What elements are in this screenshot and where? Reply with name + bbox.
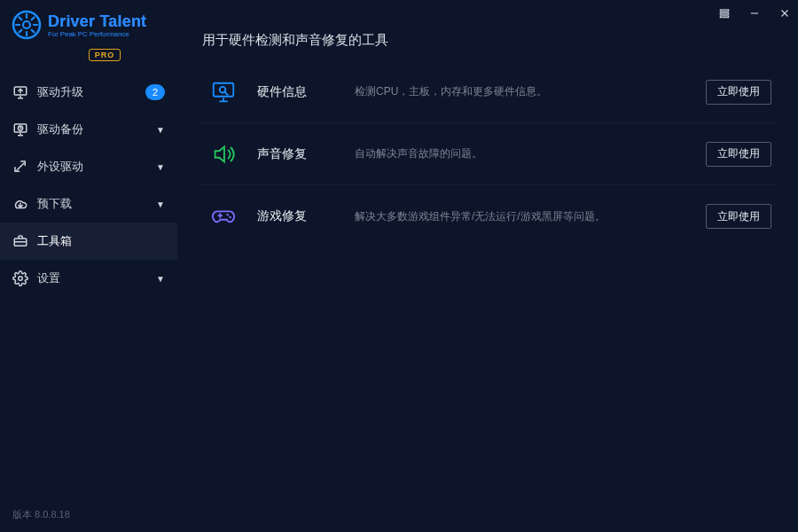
upgrade-count-badge: 2 xyxy=(145,84,165,100)
sidebar-nav: 驱动升级 2 驱动备份 ▼ 外设驱动 ▼ xyxy=(0,74,177,499)
sidebar: Driver Talent For Peak PC Performance PR… xyxy=(0,0,177,532)
tool-list: 硬件信息 检测CPU，主板，内存和更多硬件信息。 立即使用 声音修复 自动解决声… xyxy=(195,61,780,247)
tool-row-hardware-info: 硬件信息 检测CPU，主板，内存和更多硬件信息。 立即使用 xyxy=(199,61,777,123)
toolbox-icon xyxy=(12,233,28,249)
use-now-button[interactable]: 立即使用 xyxy=(706,204,771,229)
cloud-download-icon xyxy=(12,196,28,212)
sidebar-item-label: 工具箱 xyxy=(37,233,165,249)
app-title: Driver Talent xyxy=(48,13,146,31)
sidebar-item-label: 设置 xyxy=(37,270,147,286)
app-logo-icon xyxy=(11,9,43,43)
sidebar-item-label: 驱动备份 xyxy=(37,121,147,137)
svg-line-23 xyxy=(225,92,228,95)
use-now-button[interactable]: 立即使用 xyxy=(706,142,771,167)
gamepad-icon xyxy=(206,199,241,234)
svg-point-14 xyxy=(19,277,23,281)
tool-row-audio-fix: 声音修复 自动解决声音故障的问题。 立即使用 xyxy=(199,123,777,185)
svg-point-24 xyxy=(226,214,228,215)
pro-badge: PRO xyxy=(89,49,121,61)
svg-point-25 xyxy=(229,216,231,218)
tool-name: 游戏修复 xyxy=(257,208,339,224)
app-version: 版本 8.0.8.18 xyxy=(0,499,177,532)
svg-line-7 xyxy=(32,30,35,33)
svg-rect-21 xyxy=(214,82,234,96)
app-logo-block: Driver Talent For Peak PC Performance xyxy=(0,0,177,47)
speaker-icon xyxy=(206,137,241,172)
tool-name: 硬件信息 xyxy=(257,84,339,100)
usb-icon xyxy=(12,159,28,175)
monitor-search-icon xyxy=(206,74,241,110)
app-subtitle: For Peak PC Performance xyxy=(48,31,146,39)
gear-icon xyxy=(12,270,28,286)
chevron-down-icon: ▼ xyxy=(156,125,165,135)
main-content: 用于硬件检测和声音修复的工具 硬件信息 检测CPU，主板，内存和更多硬件信息。 … xyxy=(177,0,798,532)
sidebar-item-settings[interactable]: 设置 ▼ xyxy=(0,260,177,297)
tool-name: 声音修复 xyxy=(257,146,339,162)
chevron-down-icon: ▼ xyxy=(156,162,165,172)
sidebar-item-driver-backup[interactable]: 驱动备份 ▼ xyxy=(0,111,177,148)
sidebar-item-peripheral[interactable]: 外设驱动 ▼ xyxy=(0,148,177,185)
page-title: 用于硬件检测和声音修复的工具 xyxy=(195,0,780,61)
tool-desc: 自动解决声音故障的问题。 xyxy=(355,146,690,161)
tool-desc: 检测CPU，主板，内存和更多硬件信息。 xyxy=(355,84,690,99)
clock-icon xyxy=(12,121,28,137)
sidebar-item-label: 外设驱动 xyxy=(37,159,147,175)
pro-badge-row: PRO xyxy=(23,47,177,68)
sidebar-item-predownload[interactable]: 预下载 ▼ xyxy=(0,185,177,223)
chevron-down-icon: ▼ xyxy=(156,274,165,284)
tool-desc: 解决大多数游戏组件异常/无法运行/游戏黑屏等问题。 xyxy=(355,209,690,224)
sidebar-item-label: 预下载 xyxy=(37,196,147,212)
sidebar-item-label: 驱动升级 xyxy=(37,84,137,100)
svg-line-6 xyxy=(20,18,22,20)
svg-line-8 xyxy=(20,30,22,33)
sidebar-item-toolbox[interactable]: 工具箱 xyxy=(0,223,177,260)
svg-line-9 xyxy=(32,18,35,20)
tool-row-game-fix: 游戏修复 解决大多数游戏组件异常/无法运行/游戏黑屏等问题。 立即使用 xyxy=(199,185,777,247)
monitor-icon xyxy=(12,84,28,100)
chevron-down-icon: ▼ xyxy=(156,200,165,209)
sidebar-item-driver-upgrade[interactable]: 驱动升级 2 xyxy=(0,74,177,111)
use-now-button[interactable]: 立即使用 xyxy=(706,80,771,105)
svg-point-1 xyxy=(23,21,30,28)
